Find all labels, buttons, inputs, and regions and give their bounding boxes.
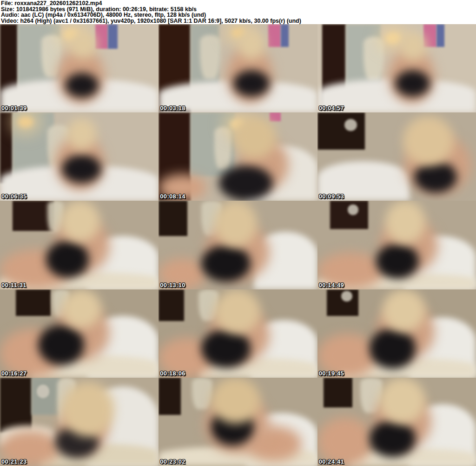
poster-shape (268, 24, 281, 47)
dark-shape (414, 161, 457, 193)
video-thumbnail-frame: 00:04:57 (317, 24, 476, 112)
dark-shape (376, 243, 419, 279)
timestamp-overlay: 00:01:39 (1, 105, 26, 112)
video-thumbnail-frame: 00:13:10 (159, 201, 317, 289)
video-thumbnail-frame: 00:24:41 (317, 378, 476, 466)
timestamp-overlay: 00:14:49 (319, 282, 344, 289)
dark-shape (395, 70, 430, 97)
video-contact-sheet: File: roxxana227_202601262102.mp4 Size: … (0, 0, 476, 466)
timestamp-overlay: 00:11:31 (1, 282, 26, 289)
video-thumbnail-frame: 00:03:18 (159, 24, 317, 112)
video-thumbnail-frame: 00:16:27 (0, 289, 159, 378)
moon-shape (37, 385, 49, 398)
door-shape (159, 201, 187, 236)
file-name-line: File: roxxana227_202601262102.mp4 (1, 0, 476, 7)
hair-shape (66, 118, 97, 150)
video-thumbnail-frame: 00:01:39 (0, 24, 159, 112)
video-thumbnail-frame: 00:18:06 (159, 289, 317, 378)
video-thumbnail-frame: 00:14:49 (317, 201, 476, 289)
timestamp-overlay: 00:16:27 (1, 370, 26, 377)
timestamp-overlay: 00:24:41 (319, 458, 344, 465)
door-shape (16, 289, 51, 316)
video-thumbnail-frame: 00:19:45 (317, 289, 476, 378)
timestamp-overlay: 00:09:53 (319, 193, 344, 200)
video-thumbnail-frame: 00:11:31 (0, 201, 159, 289)
poster-shape (95, 24, 108, 49)
video-thumbnail-frame: 00:08:14 (159, 112, 317, 201)
hair-shape (62, 289, 101, 328)
thumbnail-grid: 00:01:39 00:03:18 00:04:57 00:06:35 00:0… (0, 24, 476, 466)
dark-shape (370, 328, 416, 368)
timestamp-overlay: 00:06:35 (1, 193, 26, 200)
tree-shape (214, 127, 232, 169)
dark-shape (201, 329, 251, 368)
door-shape (0, 378, 32, 433)
hair-shape (379, 378, 425, 424)
video-thumbnail-frame: 00:06:35 (0, 112, 159, 201)
poster-shape (436, 24, 444, 47)
dark-shape (233, 70, 270, 97)
timestamp-overlay: 00:19:45 (319, 370, 344, 377)
hair-shape (214, 289, 260, 334)
door-shape (159, 378, 181, 415)
hair-shape (383, 289, 425, 332)
door-shape (330, 201, 368, 229)
video-thumbnail-frame: 00:21:23 (0, 378, 159, 466)
hair-shape (211, 378, 260, 424)
hair-shape (233, 116, 276, 158)
door-shape (159, 289, 184, 321)
door-shape (324, 378, 352, 408)
dark-shape (65, 73, 99, 98)
glow-shape (385, 32, 401, 45)
dark-shape (38, 325, 84, 365)
tree-shape (364, 37, 384, 81)
moon-shape (344, 119, 357, 131)
poster-shape (108, 24, 117, 49)
tree-shape (200, 35, 220, 79)
video-codec-line: Video: h264 (High) (avc1 / 0x31637661), … (1, 18, 476, 24)
door-shape (317, 112, 365, 150)
timestamp-overlay: 00:13:10 (160, 282, 185, 289)
dark-shape (370, 420, 416, 457)
video-thumbnail-frame: 00:23:02 (159, 378, 317, 466)
tree-shape (192, 378, 212, 409)
dark-shape (201, 245, 251, 282)
moon-shape (348, 204, 359, 215)
timestamp-overlay: 00:04:57 (319, 105, 344, 112)
hair-shape (214, 201, 257, 247)
hair-shape (400, 32, 427, 60)
timestamp-overlay: 00:18:06 (160, 370, 185, 377)
poster-shape (281, 24, 289, 47)
timestamp-overlay: 00:03:18 (160, 105, 185, 112)
timestamp-overlay: 00:21:23 (1, 458, 26, 465)
hair-shape (70, 30, 97, 59)
hair-shape (403, 116, 454, 166)
video-thumbnail-frame: 00:09:53 (317, 112, 476, 201)
glow-shape (18, 116, 33, 128)
hair-shape (62, 382, 114, 437)
timestamp-overlay: 00:23:02 (160, 458, 185, 465)
file-metadata-header: File: roxxana227_202601262102.mp4 Size: … (0, 0, 476, 24)
dark-shape (219, 165, 273, 201)
timestamp-overlay: 00:08:14 (160, 193, 185, 200)
dark-shape (46, 241, 89, 278)
hair-shape (60, 201, 100, 241)
moon-shape (341, 291, 352, 302)
poster-shape (270, 112, 281, 121)
hair-shape (238, 29, 265, 59)
hair-shape (385, 201, 425, 243)
